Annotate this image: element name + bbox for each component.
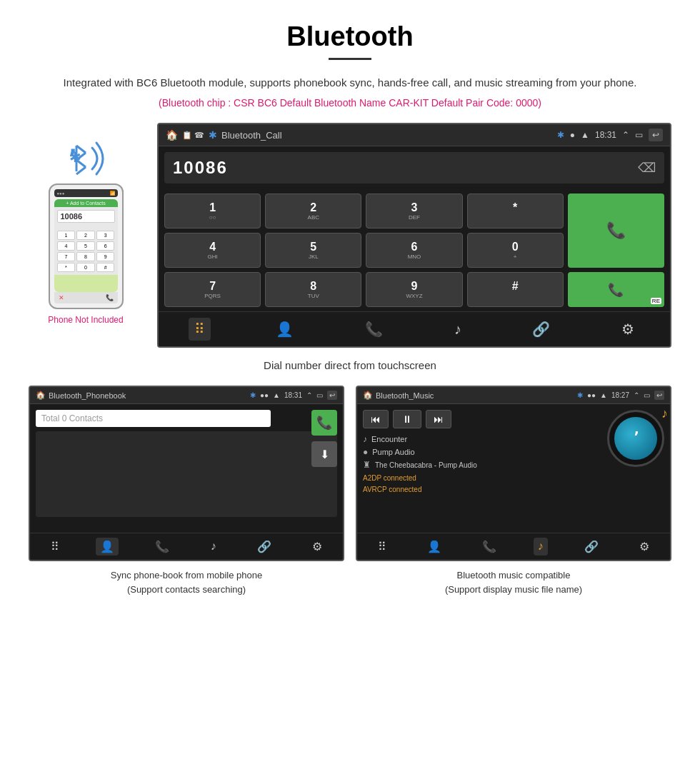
track3-icon: ♜ [363,460,371,470]
phonebook-call-button[interactable]: 📞 [311,410,337,436]
music-bt-icon: ✱ [577,391,583,399]
phone-key-6[interactable]: 6 [96,241,115,251]
next-button[interactable]: ⏭ [426,410,451,428]
music-info: ⏮ ⏸ ⏭ ♪ Encounter ● Pump Audio [363,410,601,527]
phone-key-2[interactable]: 2 [76,231,95,240]
header-right: ✱ ● ▲ 18:31 ⌃ ▭ ↩ [557,129,663,141]
phonebook-content: Total 0 Contacts 📞 ⬇ [30,404,343,533]
nav-keypad[interactable]: ⠿ [189,318,211,341]
album-art-inner: ʼ [614,417,657,460]
music-nav-link[interactable]: 🔗 [580,538,603,556]
call-button[interactable]: 📞 [568,194,664,268]
nav-settings[interactable]: ⚙ [616,318,640,341]
phone-screen: + Add to Contacts 10086 1 2 3 4 5 6 7 [54,199,118,292]
phone-key-star[interactable]: * [57,263,76,272]
pb-nav-keypad[interactable]: ⠿ [46,538,64,556]
pb-window: ▭ [316,391,323,399]
key-5[interactable]: 5 JKL [265,233,361,268]
bluetooth-signal-illustration: ʼ ✱ [61,137,111,180]
phonebook-header-right: ✱ ●● ▲ 18:31 ⌃ ▭ ↩ [250,391,337,400]
track3-name: The Cheebacabra - Pump Audio [375,461,477,469]
music-track-3: ♜ The Cheebacabra - Pump Audio [363,460,601,470]
music-nav-bar: ⠿ 👤 📞 ♪ 🔗 ⚙ [357,533,670,560]
title-underline [329,58,371,60]
music-time: 18:27 [611,391,629,399]
nav-contacts[interactable]: 👤 [270,318,299,341]
phone-status-icon: 📋 ☎ [182,131,204,140]
music-nav-music[interactable]: ♪ [534,538,548,556]
music-track-2: ● Pump Audio [363,447,601,457]
bottom-panels: 🏠 Bluetooth_Phonebook ✱ ●● ▲ 18:31 ⌃ ▭ ↩… [29,386,671,596]
music-title: Bluetooth_Music [376,391,434,400]
dial-number: 10086 [173,158,228,178]
expand-icon: ⌃ [622,130,629,140]
page-container: Bluetooth Integrated with BC6 Bluetooth … [0,0,700,629]
window-icon: ▭ [635,130,643,140]
music-caption: Bluetooth music compatible (Support disp… [356,568,671,596]
music-nav-keypad[interactable]: ⠿ [374,538,391,556]
home-icon-small: 🏠 [36,391,46,400]
pb-back[interactable]: ↩ [327,391,337,400]
pb-nav-music[interactable]: ♪ [206,538,221,556]
music-controls: ⏮ ⏸ ⏭ [363,410,601,428]
pb-nav-settings[interactable]: ⚙ [308,538,326,556]
key-7[interactable]: 7 PQRS [164,272,261,307]
phone-dialpad: 1 2 3 4 5 6 7 8 9 * 0 # [54,228,118,275]
phone-display-number: 10086 [61,212,83,221]
pb-nav-phone[interactable]: 📞 [151,538,174,556]
prev-button[interactable]: ⏮ [363,410,389,428]
phonebook-empty-list [36,431,337,517]
key-1[interactable]: 1 ○○ [164,194,261,228]
phone-bottom-bar: ✕ 📞 [54,292,118,303]
play-button[interactable]: ⏸ [393,410,421,428]
key-3[interactable]: 3 DEF [366,194,462,228]
key-2[interactable]: 2 ABC [265,194,361,228]
phone-key-0[interactable]: 0 [76,263,95,272]
music-panel: 🏠 Bluetooth_Music ✱ ●● ▲ 18:27 ⌃ ▭ ↩ [356,386,671,596]
key-8[interactable]: 8 TUV [265,272,361,307]
phone-key-7[interactable]: 7 [57,252,76,261]
phone-key-hash[interactable]: # [96,263,115,272]
phone-key-1[interactable]: 1 [57,231,76,240]
key-4[interactable]: 4 GHI [164,233,261,268]
phone-key-4[interactable]: 4 [57,241,76,251]
svg-text:✱: ✱ [69,149,81,165]
redial-button[interactable]: 📞 RE [568,272,664,307]
screen-title: Bluetooth_Call [221,130,282,141]
music-nav-settings[interactable]: ⚙ [635,538,654,556]
time-display: 18:31 [595,130,616,140]
nav-link[interactable]: 🔗 [526,318,556,341]
pb-nav-contacts[interactable]: 👤 [96,538,119,556]
phone-key-9[interactable]: 9 [96,252,115,261]
pb-title: Bluetooth_Phonebook [49,391,126,400]
music-content: ⏮ ⏸ ⏭ ♪ Encounter ● Pump Audio [357,404,670,533]
pb-signal: ▲ [273,391,280,399]
key-star[interactable]: * [467,194,564,228]
music-nav-contacts[interactable]: 👤 [423,538,446,556]
music-nav-phone[interactable]: 📞 [478,538,501,556]
pb-nav-link[interactable]: 🔗 [253,538,276,556]
music-dots: ●● [587,391,596,399]
wifi-icon: ● [570,130,575,140]
phonebook-download-button[interactable]: ⬇ [311,441,337,467]
phone-key-3[interactable]: 3 [96,231,115,240]
contacts-search-bar[interactable]: Total 0 Contacts [36,410,271,427]
key-0[interactable]: 0 + [467,233,564,268]
phone-screen-top: + Add to Contacts [54,199,118,207]
backspace-button[interactable]: ⌫ [638,160,656,176]
pb-time: 18:31 [284,391,302,399]
back-icon[interactable]: ↩ [649,129,663,141]
dial-display: 10086 ⌫ [164,152,664,184]
music-header-right: ✱ ●● ▲ 18:27 ⌃ ▭ ↩ [577,391,664,400]
bt-icon: ✱ [557,130,564,140]
nav-music[interactable]: ♪ [449,318,467,341]
phonebook-screen: 🏠 Bluetooth_Phonebook ✱ ●● ▲ 18:31 ⌃ ▭ ↩… [29,386,344,561]
key-hash[interactable]: # [467,272,564,307]
nav-phone[interactable]: 📞 [359,318,389,341]
key-6[interactable]: 6 MNO [366,233,462,268]
pb-expand: ⌃ [306,391,312,399]
music-back[interactable]: ↩ [654,391,664,400]
phone-key-5[interactable]: 5 [76,241,95,251]
key-9[interactable]: 9 WXYZ [366,272,462,307]
phone-key-8[interactable]: 8 [76,252,95,261]
